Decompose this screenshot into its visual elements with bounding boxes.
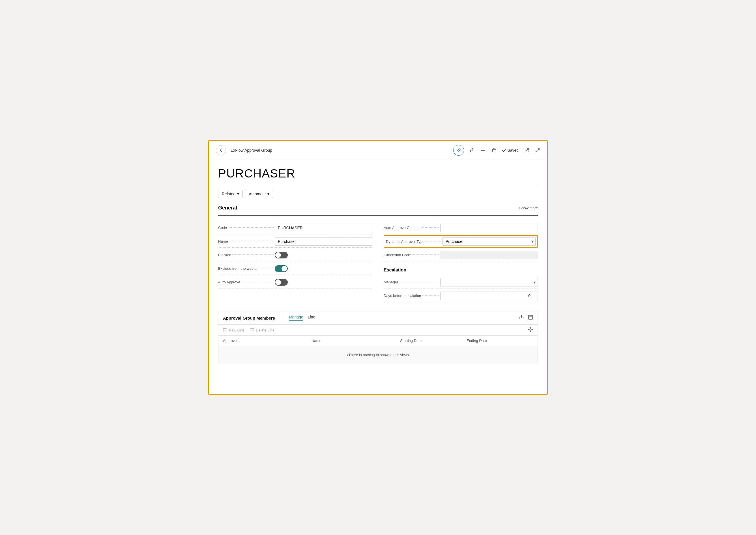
auto-approve-label: Auto Approve: [218, 280, 240, 284]
name-label-group: Name: [218, 239, 275, 243]
dynamic-approval-label: Dynamic Approval Type: [386, 239, 424, 244]
blocked-toggle[interactable]: [275, 252, 288, 259]
dynamic-approval-select[interactable]: Purchaser Manager None: [443, 237, 536, 246]
expand-icon[interactable]: [535, 148, 540, 153]
form-right-col: Auto Approve Comm... Dynamic Approval Ty…: [384, 222, 538, 302]
auto-approve-comm-label: Auto Approve Comm...: [384, 226, 421, 230]
add-icon[interactable]: [480, 148, 486, 153]
automate-chevron: ▾: [267, 192, 269, 196]
code-label-group: Code: [218, 226, 275, 230]
approval-group-members-section: Approval Group Members Manage Line: [218, 311, 538, 364]
code-field-row: Code: [218, 222, 372, 234]
manager-select[interactable]: Manager 1 Manager 2: [440, 278, 538, 287]
header: ExFlow Approval Group: [209, 141, 547, 160]
col-ending-date: Ending Date: [467, 339, 533, 343]
title-divider: [218, 185, 538, 185]
dimension-code-label-group: Dimension Code: [384, 253, 440, 257]
name-field-row: Name: [218, 235, 372, 248]
auto-approve-comm-label-group: Auto Approve Comm...: [384, 226, 440, 230]
tab-automate[interactable]: Automate ▾: [245, 190, 273, 198]
manager-label: Manager: [384, 280, 398, 284]
name-input[interactable]: [275, 237, 372, 246]
exclude-label: Exclude from the web'...: [218, 267, 257, 270]
auto-approve-label-group: Auto Approve: [218, 280, 275, 284]
sub-tabs: Manage Line: [289, 315, 315, 321]
auto-approve-toggle-knob: [275, 279, 281, 285]
table-header: Approver Name Starting Date Ending Date: [218, 336, 538, 346]
main-content: PURCHASER Related ▾ Automate ▾ General S…: [209, 160, 547, 371]
auto-approve-comm-input[interactable]: [440, 224, 538, 232]
delete-line-label: Delete Line: [256, 328, 275, 332]
app-container: ExFlow Approval Group: [208, 140, 548, 395]
svg-rect-1: [528, 315, 532, 319]
new-line-button[interactable]: New Line: [223, 328, 244, 332]
auto-approve-field-row: Auto Approve: [218, 276, 372, 289]
open-external-icon[interactable]: [524, 148, 529, 153]
dynamic-approval-label-group: Dynamic Approval Type: [386, 239, 443, 244]
form-left-col: Code Name Blocked: [218, 222, 372, 302]
blocked-label: Blocked: [218, 253, 231, 257]
exclude-label-group: Exclude from the web'...: [218, 267, 275, 270]
section-general-header: General Show more: [218, 205, 538, 211]
saved-status: Saved: [502, 148, 519, 153]
sub-share-icon[interactable]: [519, 315, 524, 321]
section-divider: [218, 215, 538, 216]
days-before-label: Days before escalation: [384, 294, 421, 298]
nav-tabs: Related ▾ Automate ▾: [218, 190, 538, 198]
dimension-code-label: Dimension Code: [384, 253, 411, 257]
related-label: Related: [222, 192, 235, 196]
table-empty-message: (There is nothing to show in this view): [218, 346, 538, 364]
exclude-field-row: Exclude from the web'...: [218, 263, 372, 275]
manager-select-wrapper: Manager 1 Manager 2 ▾: [440, 278, 538, 287]
manager-field-row: Manager Manager 1 Manager 2 ▾: [384, 276, 538, 289]
back-button[interactable]: [216, 145, 226, 155]
related-chevron: ▾: [237, 192, 239, 196]
code-label: Code: [218, 226, 227, 230]
share-icon[interactable]: [470, 148, 475, 153]
sub-section-header: Approval Group Members Manage Line: [218, 311, 538, 325]
form-grid: Code Name Blocked: [218, 222, 538, 302]
header-actions: Saved: [453, 145, 540, 156]
delete-line-button[interactable]: Delete Line: [250, 328, 275, 332]
tab-manage[interactable]: Manage: [289, 315, 303, 321]
auto-approve-toggle[interactable]: [275, 279, 288, 286]
sub-settings-icon[interactable]: [528, 327, 533, 333]
exclude-toggle-knob: [282, 266, 287, 271]
dimension-code-input: [440, 251, 538, 259]
svg-point-4: [530, 329, 531, 330]
manager-label-group: Manager: [384, 280, 440, 284]
blocked-field-row: Blocked: [218, 249, 372, 261]
tab-related[interactable]: Related ▾: [218, 190, 243, 198]
new-line-label: New Line: [229, 328, 244, 332]
sub-section-icons: [519, 315, 533, 321]
show-more-button[interactable]: Show more: [519, 206, 538, 210]
sub-toolbar: New Line Delete Line: [218, 325, 538, 336]
auto-approve-comm-field-row: Auto Approve Comm...: [384, 222, 538, 234]
name-label: Name: [218, 239, 228, 243]
automate-label: Automate: [249, 192, 266, 196]
col-starting-date: Starting Date: [400, 339, 467, 343]
sub-section-title: Approval Group Members: [223, 316, 282, 321]
tab-line[interactable]: Line: [308, 315, 315, 321]
days-before-field-row: Days before escalation: [384, 290, 538, 302]
sub-expand-icon[interactable]: [528, 315, 533, 321]
dynamic-approval-select-wrapper: Purchaser Manager None ▾: [443, 237, 536, 246]
app-title: ExFlow Approval Group: [230, 148, 449, 153]
code-input[interactable]: [275, 224, 372, 232]
days-before-label-group: Days before escalation: [384, 294, 440, 298]
dimension-code-field-row: Dimension Code: [384, 249, 538, 261]
saved-label-text: Saved: [507, 148, 519, 153]
escalation-heading-row: Escalation: [384, 263, 538, 275]
edit-button[interactable]: [453, 145, 464, 156]
exclude-toggle[interactable]: [275, 265, 288, 272]
days-before-input[interactable]: [440, 292, 538, 300]
col-name: Name: [311, 339, 400, 343]
blocked-toggle-knob: [275, 252, 281, 258]
col-approver: Approver: [223, 339, 311, 343]
page-title: PURCHASER: [218, 167, 538, 180]
escalation-title: Escalation: [384, 265, 406, 274]
delete-icon[interactable]: [491, 148, 496, 153]
blocked-label-group: Blocked: [218, 253, 275, 257]
section-title: General: [218, 205, 237, 211]
dynamic-approval-field-row: Dynamic Approval Type Purchaser Manager …: [384, 235, 538, 248]
